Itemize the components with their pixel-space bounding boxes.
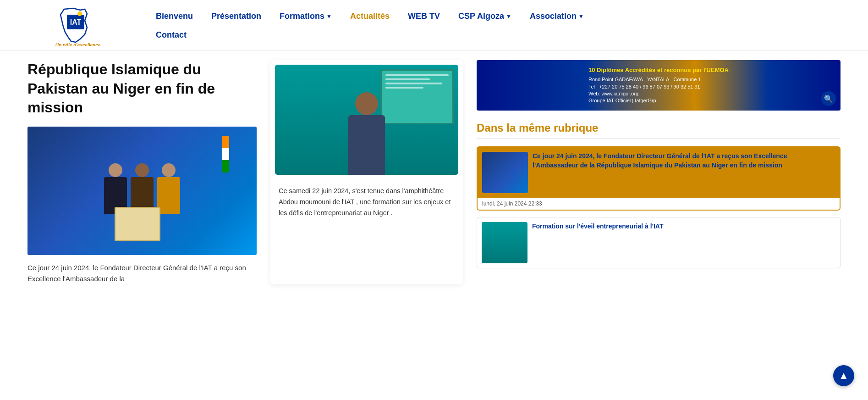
nav-presentation[interactable]: Présentation [211,11,261,21]
logo: IAT Un pôle d'excellence [32,5,124,46]
sidebar-card-2[interactable]: Formation sur l'éveil entrepreneurial à … [477,217,841,268]
main-nav: Bienvenu Présentation Formations ▼ Actua… [156,5,841,40]
sidebar-card-1-text: Ce jour 24 juin 2024, le Fondateur Direc… [528,152,835,193]
scroll-to-top-button[interactable]: ▲ [833,365,854,386]
banner-address: Rond Point GADAFAWA - YANTALA - Commune … [588,76,729,83]
csp-dropdown-icon: ▼ [506,13,511,20]
nav-formations[interactable]: Formations ▼ [280,11,332,21]
formations-dropdown-icon: ▼ [326,13,332,20]
article-main: République Islamique du Pakistan au Nige… [27,60,257,284]
banner-social: Groupe IAT Officiel | IatgerGrp [588,97,729,104]
nav-association[interactable]: Association ▼ [530,11,584,21]
svg-text:IAT: IAT [70,18,82,26]
svg-point-2 [77,11,82,16]
banner-web: Web: www.iatnigor.org [588,90,729,97]
association-dropdown-icon: ▼ [578,13,584,20]
sidebar: 10 Diplômes Accrédités et reconnus par l… [477,60,841,284]
sidebar-card-1[interactable]: Ce jour 24 juin 2024, le Fondateur Direc… [477,146,841,211]
nav-actualites[interactable]: Actualités [350,11,390,21]
article-secondary-body: Ce samedi 22 juin 2024, s'est tenue dans… [275,182,458,222]
sidebar-card-2-link[interactable]: Formation sur l'éveil entrepreneurial à … [532,222,835,231]
nav-web-tv[interactable]: WEB TV [408,11,440,21]
article-main-title: République Islamique du Pakistan au Nige… [27,60,257,117]
sidebar-card-1-image [482,152,528,193]
nav-bienvenu[interactable]: Bienvenu [156,11,193,21]
logo-area: IAT Un pôle d'excellence [27,5,128,46]
sidebar-card-2-text: Formation sur l'éveil entrepreneurial à … [532,222,835,263]
article-main-body: Ce jour 24 juin 2024, le Fondateur Direc… [27,262,257,284]
banner-title: 10 Diplômes Accrédités et reconnus par l… [588,66,729,74]
header: IAT Un pôle d'excellence Bienvenu Présen… [0,0,868,51]
sidebar-card-1-link[interactable]: Ce jour 24 juin 2024, le Fondateur Direc… [533,152,830,170]
sidebar-banner: 10 Diplômes Accrédités et reconnus par l… [477,60,841,111]
nav-csp-algoza[interactable]: CSP Algoza ▼ [458,11,511,21]
nav-contact[interactable]: Contact [156,30,187,40]
banner-phone: Tel : +227 20 75 28 40 / 96 87 07 93 / 9… [588,83,729,90]
main-content: République Islamique du Pakistan au Nige… [0,60,868,284]
sidebar-card-2-image [482,222,527,263]
search-icon[interactable]: 🔍 [821,91,836,106]
article-main-image [27,127,257,255]
article-secondary: Ce samedi 22 juin 2024, s'est tenue dans… [270,60,463,284]
rubric-title: Dans la même rubrique [477,122,841,139]
svg-text:Un pôle d'excellence: Un pôle d'excellence [55,43,101,46]
article-secondary-image [275,65,458,175]
sidebar-card-1-date: lundi, 24 juin 2024 22:33 [478,198,840,210]
